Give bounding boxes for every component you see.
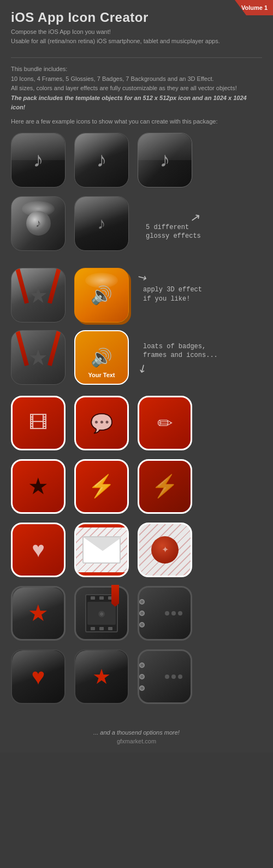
pen-icon-1: ✏	[157, 412, 173, 434]
music-note-icon-2: ♪	[97, 148, 107, 172]
icon-dark-2: ♪	[74, 133, 129, 187]
page-wrapper: Volume 1 iOS App Icon Creator Compose th…	[0, 0, 273, 753]
icon-dark-3: ♪	[138, 133, 192, 187]
notebook-ring-6	[139, 685, 145, 691]
icon-row-black-1: ★ ◉	[11, 586, 262, 641]
your-text-label: Your Text	[75, 372, 128, 378]
mail-stripe-bottom	[76, 572, 127, 576]
subtitle: Compose the iOS App Icon you want! Usabl…	[11, 27, 262, 45]
mail-stripe-top	[76, 524, 127, 527]
notebook-ring-5	[139, 674, 145, 679]
annotations-col: ↙ apply 3D effect if you like! loats of …	[138, 268, 218, 375]
arrow-3d-icon: ↙	[135, 269, 150, 285]
star-red-2-icon: ★	[92, 665, 111, 689]
sphere-inside-1: ♪	[26, 211, 51, 236]
footer-tagline: ... and a thousend options more!	[11, 729, 262, 736]
header: Volume 1 iOS App Icon Creator Compose th…	[0, 0, 273, 51]
film-hole-1	[91, 596, 95, 600]
3d-annotation-text: apply 3D effect if you like!	[143, 285, 218, 304]
icon-red-heart: ♥	[11, 523, 66, 577]
mail-envelope	[82, 536, 121, 564]
star-icon-2: ★	[28, 345, 48, 370]
icon-row-2: ♪ ♪ ↖ 5 different glossy effects	[11, 196, 262, 251]
film-hole-6	[108, 627, 112, 630]
notebook-ring-1	[139, 599, 145, 605]
arrow-badges-icon: ↙	[135, 361, 150, 377]
bolt-icon-1: ⚡	[88, 473, 115, 499]
icon-red-chat: 💬	[74, 396, 129, 450]
annotation-3d: ↙ apply 3D effect if you like!	[138, 271, 218, 304]
music-note-icon-1: ♪	[33, 148, 44, 172]
icon-red-bolt-2: ⚡	[138, 459, 192, 514]
music-note-icon-5: ♪	[98, 214, 106, 233]
glossy-annotation-text: 5 different glossy effects	[146, 223, 201, 242]
notebook-dots	[165, 611, 182, 615]
annotation-glossy: ↖ 5 different glossy effects	[140, 206, 201, 242]
film-frame-1: ◉	[87, 602, 116, 625]
icon-section-2: ★ ★ 🔊 🔊 Your	[0, 268, 273, 393]
chat-icon-1: 💬	[90, 412, 113, 434]
notebook-dot-5	[171, 675, 176, 679]
star-dark-icon: ★	[28, 473, 49, 500]
film-frame-icon: ◉	[98, 609, 105, 618]
ribbon-right-2	[48, 330, 62, 366]
icon-dark-notebook	[138, 649, 192, 704]
footer-url: gfxmarket.com	[11, 738, 262, 744]
notebook-dot-1	[165, 611, 169, 615]
divider	[11, 57, 262, 58]
heart-red-icon: ♥	[32, 664, 45, 690]
icon-row-red-2: ★ ⚡ ⚡	[11, 459, 262, 514]
notebook-rings	[139, 596, 146, 631]
ribbon-left-2	[15, 330, 29, 366]
mail-flap	[84, 537, 122, 551]
icon-section-1: ♪ ♪ ♪ ♪ ♪	[0, 125, 273, 268]
icon-notebook	[138, 586, 192, 641]
star-icon-1: ★	[28, 283, 48, 308]
speaker-icon-1: 🔊	[91, 285, 112, 306]
steel-icons-col: ★ ★	[11, 268, 66, 385]
icon-red-pen: ✏	[138, 396, 192, 450]
icon-black-star: ★	[11, 586, 66, 641]
icon-steel-2: ★	[11, 330, 66, 385]
icon-dark-star-red: ★	[74, 649, 129, 704]
description-example: Here are a few example icons to show wha…	[0, 113, 273, 125]
notebook-dot-3	[178, 611, 182, 615]
film-hole-2	[99, 596, 104, 600]
film-bookmark-1	[111, 585, 119, 607]
music-note-icon-3: ♪	[160, 148, 170, 172]
wax-seal-mark: ✦	[162, 544, 169, 555]
bolt-icon-2: ⚡	[151, 473, 179, 499]
notebook-rings-2	[139, 659, 146, 694]
icon-film-bookmark: ◉	[74, 586, 129, 641]
description: This bundle includes: 10 Icons, 4 Frames…	[0, 64, 273, 113]
icon-dark-1: ♪	[11, 133, 66, 187]
badges-annotation-text: loats of badges, frames and icons...	[143, 342, 218, 361]
icon-row-red-1: 🎞 💬 ✏	[11, 396, 262, 450]
heart-icon-1: ♥	[32, 537, 45, 562]
icon-sphere-1: ♪	[11, 196, 66, 251]
footer: ... and a thousend options more! gfxmark…	[0, 721, 273, 753]
sphere-note-icon: ♪	[35, 217, 41, 230]
icon-row-1: ♪ ♪ ♪	[11, 133, 262, 187]
wax-seal-emblem: ✦	[151, 536, 179, 564]
annotation-badges: loats of badges, frames and icons... ↙	[138, 342, 218, 376]
icon-mail	[74, 523, 129, 577]
notebook-dot-6	[178, 675, 182, 679]
film-hole-4	[91, 627, 95, 630]
orange-icons-col: 🔊 🔊 Your Text	[74, 268, 129, 385]
notebook-ring-3	[139, 622, 145, 627]
icon-dark-heart: ♥	[11, 649, 66, 704]
icon-dark-5: ♪	[74, 196, 129, 251]
icon-orange-2: 🔊 Your Text	[74, 330, 129, 385]
icon-section-3: 🎞 💬 ✏ ★ ⚡ ⚡ ♥	[0, 393, 273, 721]
film-icon-1: 🎞	[29, 412, 48, 433]
arrow-glossy-icon: ↖	[140, 201, 202, 225]
notebook-ring-4	[139, 662, 145, 668]
notebook-ring-2	[139, 611, 145, 616]
icon-steel-1: ★	[11, 268, 66, 322]
icon-red-film: 🎞	[11, 396, 66, 450]
star-red-icon: ★	[28, 600, 49, 626]
film-hole-5	[99, 627, 104, 630]
icon-row-black-2: ♥ ★	[11, 649, 262, 704]
page-title: iOS App Icon Creator	[11, 10, 262, 25]
